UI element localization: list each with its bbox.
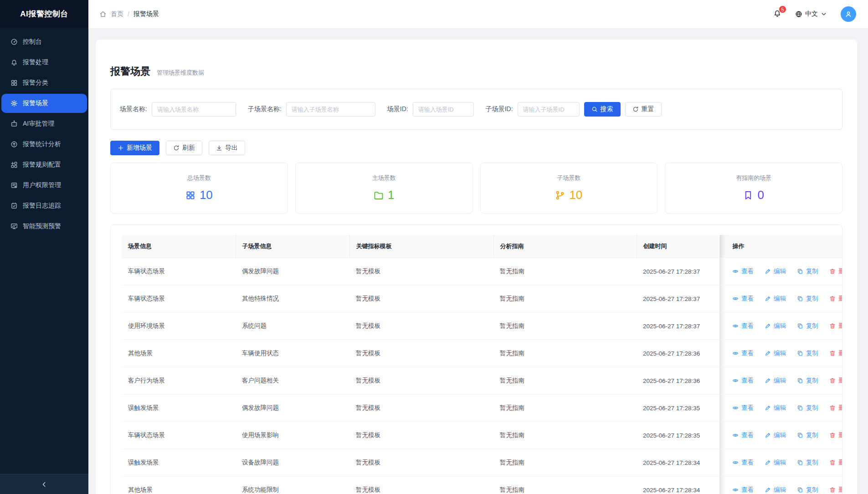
edit-button[interactable]: 编辑 <box>765 458 786 467</box>
sidebar-collapse-button[interactable] <box>0 474 88 494</box>
copy-button[interactable]: 复制 <box>797 458 818 467</box>
sidebar-item-label: 报警处理 <box>23 58 48 66</box>
sidebar-item[interactable]: 用户权限管理 <box>1 176 87 195</box>
copy-button[interactable]: 复制 <box>797 431 818 439</box>
copy-button[interactable]: 复制 <box>797 404 818 412</box>
copy-button[interactable]: 复制 <box>797 295 818 303</box>
sub-scene-cell: 车辆使用状态 <box>236 340 349 367</box>
refresh-icon <box>173 145 180 151</box>
user-icon <box>845 10 852 18</box>
trash-icon <box>829 405 836 411</box>
edit-button[interactable]: 编辑 <box>765 377 786 385</box>
sidebar-item-label: 智能预测预警 <box>23 222 61 230</box>
sidebar-item-label: 报警规则配置 <box>23 161 61 169</box>
reset-button[interactable]: 重置 <box>625 102 662 117</box>
sub-scene-cell: 其他特殊情况 <box>236 285 349 312</box>
grid-icon <box>185 190 195 200</box>
view-button[interactable]: 查看 <box>732 349 754 357</box>
copy-button[interactable]: 复制 <box>797 349 818 357</box>
view-button[interactable]: 查看 <box>732 267 754 275</box>
scene-cell: 车辆状态场景 <box>122 422 236 449</box>
sidebar-item-label: 报警场景 <box>23 99 48 107</box>
edit-button[interactable]: 编辑 <box>765 295 786 303</box>
breadcrumb-current: 报警场景 <box>134 10 159 18</box>
delete-button[interactable]: 删除 <box>829 349 842 357</box>
delete-button[interactable]: 删除 <box>829 295 842 303</box>
view-button[interactable]: 查看 <box>732 377 754 385</box>
delete-button[interactable]: 删除 <box>829 431 842 439</box>
sidebar-item-label: 报警日志追踪 <box>23 202 61 210</box>
filter-input[interactable] <box>286 102 375 117</box>
delete-button[interactable]: 删除 <box>829 486 842 494</box>
column-header: 创建时间 <box>637 235 719 258</box>
sidebar-item[interactable]: 报警处理 <box>1 53 87 72</box>
created-cell: 2025-06-27 17:28:37 <box>637 258 719 285</box>
actions-cell: 查看编辑复制删除 <box>719 449 842 476</box>
sidebar-item[interactable]: 报警场景 <box>1 94 87 113</box>
edit-button-label: 编辑 <box>774 267 786 275</box>
sidebar-item[interactable]: 报警规则配置 <box>1 155 87 174</box>
refresh-button[interactable]: 刷新 <box>166 141 202 155</box>
add-scene-button[interactable]: 新增场景 <box>110 141 159 155</box>
filter-field: 场景ID: <box>387 102 474 117</box>
delete-button[interactable]: 删除 <box>829 458 842 467</box>
user-avatar[interactable] <box>841 6 856 22</box>
view-button[interactable]: 查看 <box>732 431 754 439</box>
folder-icon <box>374 190 384 200</box>
sidebar-item[interactable]: AI审批管理 <box>1 114 87 133</box>
sub-scene-cell: 系统功能限制 <box>236 476 349 494</box>
created-cell: 2025-06-27 17:28:34 <box>637 449 719 476</box>
filter-input[interactable] <box>518 102 580 117</box>
edit-button[interactable]: 编辑 <box>765 349 786 357</box>
sidebar-item[interactable]: 报警日志追踪 <box>1 196 87 215</box>
delete-button-label: 删除 <box>838 322 842 330</box>
scene-cell: 其他场景 <box>122 476 236 494</box>
delete-button-label: 删除 <box>838 377 842 385</box>
view-button[interactable]: 查看 <box>732 322 754 330</box>
edit-button[interactable]: 编辑 <box>765 431 786 439</box>
page-title: 报警场景 <box>110 64 150 79</box>
language-label: 中文 <box>805 10 818 18</box>
delete-button[interactable]: 删除 <box>829 322 842 330</box>
delete-button[interactable]: 删除 <box>829 267 842 275</box>
table-row: 使用环境场景系统问题暂无模板暂无指南2025-06-27 17:28:37查看编… <box>122 312 842 340</box>
sidebar-item[interactable]: 控制台 <box>1 32 87 51</box>
copy-button[interactable]: 复制 <box>797 486 818 494</box>
language-switcher[interactable]: 中文 <box>795 10 827 18</box>
breadcrumb-home[interactable]: 首页 <box>111 10 123 18</box>
view-button[interactable]: 查看 <box>732 458 754 467</box>
scene-cell: 客户行为场景 <box>122 367 236 394</box>
copy-button[interactable]: 复制 <box>797 377 818 385</box>
stat-label: 子场景数 <box>557 174 580 182</box>
eye-icon <box>732 268 739 275</box>
view-button[interactable]: 查看 <box>732 404 754 412</box>
edit-button[interactable]: 编辑 <box>765 404 786 412</box>
copy-button-label: 复制 <box>806 349 818 357</box>
edit-button[interactable]: 编辑 <box>765 486 786 494</box>
copy-button[interactable]: 复制 <box>797 322 818 330</box>
trash-icon <box>829 459 836 466</box>
notification-button[interactable]: 5 <box>773 9 781 19</box>
template-cell: 暂无模板 <box>349 285 493 312</box>
sidebar-item[interactable]: 智能预测预警 <box>1 217 87 236</box>
delete-button[interactable]: 删除 <box>829 404 842 412</box>
edit-button[interactable]: 编辑 <box>765 322 786 330</box>
table-row: 误触发场景偶发故障问题暂无模板暂无指南2025-06-27 17:28:35查看… <box>122 394 842 422</box>
pencil-icon <box>765 295 771 302</box>
export-button[interactable]: 导出 <box>209 141 245 155</box>
search-button[interactable]: 搜索 <box>584 102 621 117</box>
chevron-down-icon <box>821 11 827 17</box>
copy-button[interactable]: 复制 <box>797 267 818 275</box>
trash-icon <box>829 350 836 356</box>
edit-button[interactable]: 编辑 <box>765 267 786 275</box>
delete-button-label: 删除 <box>838 267 842 275</box>
sidebar-item[interactable]: 报警统计分析 <box>1 135 87 154</box>
view-button[interactable]: 查看 <box>732 295 754 303</box>
filter-input[interactable] <box>152 102 236 117</box>
delete-button[interactable]: 删除 <box>829 377 842 385</box>
filter-input[interactable] <box>413 102 474 117</box>
eye-icon <box>732 405 739 411</box>
sidebar-item[interactable]: 报警分类 <box>1 73 87 92</box>
view-button[interactable]: 查看 <box>732 486 754 494</box>
calendar-check-icon <box>10 202 18 209</box>
